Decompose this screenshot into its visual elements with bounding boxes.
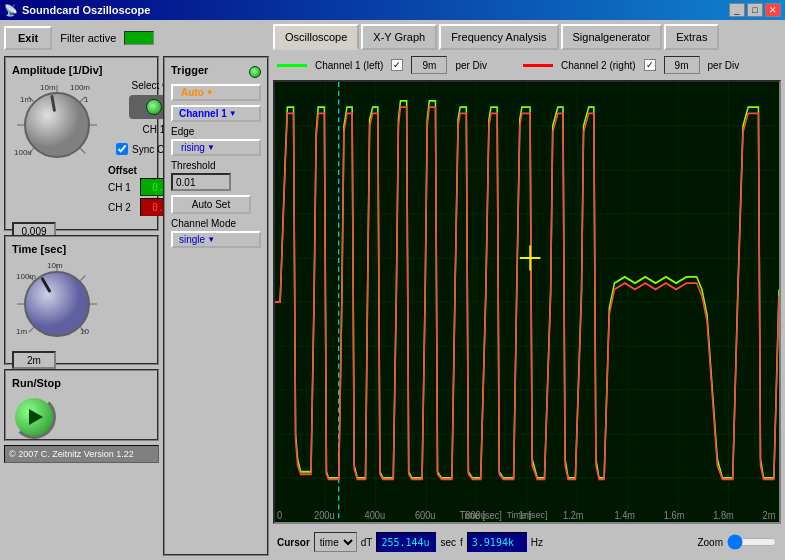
threshold-label: Threshold	[171, 160, 261, 171]
filter-active-indicator	[124, 31, 154, 45]
svg-text:1m: 1m	[519, 510, 532, 522]
scope-display: 0 200u 400u 600u 800u 1m 1.2m 1.4m 1.6m …	[273, 80, 781, 524]
ch2-check[interactable]: ✓	[644, 59, 656, 71]
cursor-type-select[interactable]: time	[314, 532, 357, 552]
ch1-label: CH 1	[143, 124, 166, 135]
svg-text:400u: 400u	[364, 510, 385, 522]
minimize-button[interactable]: _	[729, 3, 745, 17]
channel-mode-button[interactable]: single ▼	[171, 231, 261, 248]
ch2-line-indicator	[523, 64, 553, 67]
amplitude-title: Amplitude [1/Div]	[12, 64, 151, 76]
time-knob-value[interactable]: 2m	[12, 351, 56, 369]
app-title: Soundcard Oszilloscope	[22, 4, 150, 16]
run-stop-title: Run/Stop	[12, 377, 61, 389]
tab-signalgenerator[interactable]: Signalgenerator	[561, 24, 663, 50]
ch1-offset-label: CH 1	[108, 182, 136, 193]
ch2-per-div-input[interactable]	[664, 56, 700, 74]
ch1-led	[146, 99, 162, 115]
svg-line-6	[80, 148, 85, 153]
amplitude-knob-wrap[interactable]: 1m 10m 100m 1 100u	[12, 80, 102, 170]
maximize-button[interactable]: □	[747, 3, 763, 17]
tab-xy-graph[interactable]: X-Y Graph	[361, 24, 437, 50]
svg-text:Time [sec]: Time [sec]	[460, 510, 502, 522]
svg-text:1.6m: 1.6m	[664, 510, 685, 522]
tab-oscilloscope[interactable]: Oscilloscope	[273, 24, 359, 50]
run-stop-button[interactable]	[12, 395, 56, 439]
copyright-bar: © 2007 C. Zeitnitz Version 1.22	[4, 445, 159, 463]
exit-button[interactable]: Exit	[4, 26, 52, 50]
svg-line-18	[80, 276, 85, 281]
svg-text:0: 0	[277, 510, 282, 522]
svg-text:1: 1	[84, 95, 89, 104]
tab-extras[interactable]: Extras	[664, 24, 719, 50]
svg-text:1m: 1m	[16, 327, 27, 336]
amplitude-section: Amplitude [1/Div]	[4, 56, 159, 231]
play-icon	[29, 409, 43, 425]
zoom-label: Zoom	[697, 537, 723, 548]
time-title: Time [sec]	[12, 243, 151, 255]
svg-text:1.4m: 1.4m	[614, 510, 635, 522]
svg-text:1.2m: 1.2m	[563, 510, 584, 522]
ch2-offset-label: CH 2	[108, 202, 136, 213]
ch2-channel-label: Channel 2 (right)	[561, 60, 635, 71]
f-unit: Hz	[531, 537, 543, 548]
f-label: f	[460, 537, 463, 548]
copyright-text: © 2007 C. Zeitnitz Version 1.22	[9, 449, 134, 459]
svg-text:10m: 10m	[40, 83, 56, 92]
ch1-check[interactable]: ✓	[391, 59, 403, 71]
trigger-led	[249, 66, 261, 78]
svg-text:10: 10	[80, 327, 89, 336]
svg-text:200u: 200u	[314, 510, 335, 522]
tabs-bar: Oscilloscope X-Y Graph Frequency Analysi…	[273, 24, 781, 50]
svg-text:600u: 600u	[415, 510, 436, 522]
zoom-slider[interactable]	[727, 534, 777, 550]
bottom-bar: Cursor time dT 255.144u sec f 3.9194k Hz…	[273, 528, 781, 556]
ch2-per-div-label: per Div	[708, 60, 740, 71]
time-knob-wrap[interactable]: 100m 10m 1m 10	[12, 259, 102, 349]
svg-line-14	[29, 327, 34, 332]
svg-point-7	[25, 93, 89, 157]
sync-checkbox[interactable]	[116, 143, 128, 155]
filter-label: Filter active	[60, 32, 116, 44]
ch1-channel-label: Channel 1 (left)	[315, 60, 383, 71]
dt-unit: sec	[440, 537, 456, 548]
title-bar: 📡 Soundcard Oszilloscope _ □ ✕	[0, 0, 785, 20]
ch1-per-div-label: per Div	[455, 60, 487, 71]
trigger-title: Trigger	[171, 64, 208, 76]
svg-text:1.8m: 1.8m	[713, 510, 734, 522]
svg-text:1m: 1m	[20, 95, 31, 104]
dt-label: dT	[361, 537, 373, 548]
run-stop-section: Run/Stop	[4, 369, 159, 441]
time-section: Time [sec]	[4, 235, 159, 365]
scope-svg: 0 200u 400u 600u 800u 1m 1.2m 1.4m 1.6m …	[275, 82, 779, 522]
threshold-input[interactable]: 0.01	[171, 173, 231, 191]
svg-text:2m: 2m	[763, 510, 776, 522]
svg-text:100m: 100m	[70, 83, 90, 92]
ch1-per-div-input[interactable]	[411, 56, 447, 74]
dt-value: 255.144u	[376, 532, 436, 552]
edge-button[interactable]: rising ▼	[171, 139, 261, 156]
autoset-button[interactable]: Auto Set	[171, 195, 251, 214]
f-value: 3.9194k	[467, 532, 527, 552]
app-icon: 📡	[4, 4, 18, 17]
svg-text:100u: 100u	[14, 148, 32, 157]
channel-bar: Channel 1 (left) ✓ per Div Channel 2 (ri…	[273, 54, 781, 76]
tab-frequency-analysis[interactable]: Frequency Analysis	[439, 24, 558, 50]
trigger-channel-button[interactable]: Channel 1 ▼	[171, 105, 261, 122]
close-button[interactable]: ✕	[765, 3, 781, 17]
channel-mode-label: Channel Mode	[171, 218, 261, 229]
trigger-section: Trigger Auto ▼ Channel 1 ▼	[163, 56, 269, 556]
ch1-line-indicator	[277, 64, 307, 67]
cursor-label: Cursor	[277, 537, 310, 548]
svg-text:10m: 10m	[47, 261, 63, 270]
trigger-mode-button[interactable]: Auto ▼	[171, 84, 261, 101]
svg-text:100m: 100m	[16, 272, 36, 281]
edge-label: Edge	[171, 126, 261, 137]
